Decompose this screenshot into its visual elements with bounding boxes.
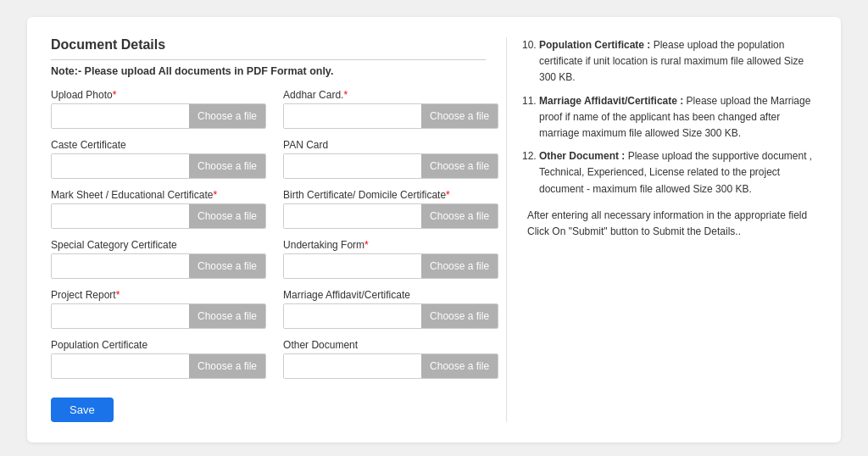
field-label-other-document: Other Document — [283, 339, 498, 351]
field-group-population-certificate: Population Certificate Choose a file — [51, 339, 266, 379]
field-group-mark-sheet: Mark Sheet / Educational Certificate* Ch… — [51, 189, 266, 229]
file-input-row-birth-certificate: Choose a file — [283, 203, 498, 229]
field-label-mark-sheet: Mark Sheet / Educational Certificate* — [51, 189, 266, 201]
field-label-addhar-card: Addhar Card.* — [283, 89, 498, 101]
note-item-2: Other Document : Please upload the suppo… — [539, 148, 817, 197]
fields-grid: Upload Photo* Choose a file Addhar Card.… — [51, 89, 486, 389]
page-wrapper: Document Details Note:- Please upload Al… — [0, 0, 868, 456]
file-text-project-report[interactable] — [52, 304, 189, 328]
file-input-row-special-category: Choose a file — [51, 253, 266, 279]
file-text-caste-certificate[interactable] — [52, 154, 189, 178]
file-text-other-document[interactable] — [284, 354, 421, 378]
field-label-upload-photo: Upload Photo* — [51, 89, 266, 101]
field-group-pan-card: PAN Card Choose a file — [283, 139, 498, 179]
field-group-special-category: Special Category Certificate Choose a fi… — [51, 239, 266, 279]
field-label-undertaking-form: Undertaking Form* — [283, 239, 498, 251]
left-section: Document Details Note:- Please upload Al… — [51, 37, 486, 422]
main-card: Document Details Note:- Please upload Al… — [27, 17, 841, 442]
file-input-row-population-certificate: Choose a file — [51, 353, 266, 379]
file-text-mark-sheet[interactable] — [52, 204, 189, 228]
field-label-pan-card: PAN Card — [283, 139, 498, 151]
file-text-pan-card[interactable] — [284, 154, 421, 178]
choose-button-upload-photo[interactable]: Choose a file — [189, 104, 265, 128]
file-input-row-project-report: Choose a file — [51, 303, 266, 329]
file-text-population-certificate[interactable] — [52, 354, 189, 378]
file-text-marriage-affidavit[interactable] — [284, 304, 421, 328]
field-label-marriage-affidavit: Marriage Affidavit/Certificate — [283, 289, 498, 301]
required-star: * — [343, 89, 348, 101]
note-text: Note:- Please upload All documents in PD… — [51, 65, 486, 77]
field-group-undertaking-form: Undertaking Form* Choose a file — [283, 239, 498, 279]
field-group-project-report: Project Report* Choose a file — [51, 289, 266, 329]
file-text-undertaking-form[interactable] — [284, 254, 421, 278]
choose-button-marriage-affidavit[interactable]: Choose a file — [421, 304, 498, 328]
choose-button-caste-certificate[interactable]: Choose a file — [189, 154, 265, 178]
section-title: Document Details — [51, 37, 486, 60]
choose-button-other-document[interactable]: Choose a file — [421, 354, 498, 378]
file-input-row-upload-photo: Choose a file — [51, 103, 266, 129]
note-item-0: Population Certificate : Please upload t… — [539, 37, 817, 86]
file-input-row-mark-sheet: Choose a file — [51, 203, 266, 229]
required-star: * — [446, 189, 450, 201]
file-text-upload-photo[interactable] — [52, 104, 189, 128]
choose-button-undertaking-form[interactable]: Choose a file — [421, 254, 498, 278]
field-label-birth-certificate: Birth Certificate/ Domicile Certificate* — [283, 189, 498, 201]
choose-button-special-category[interactable]: Choose a file — [189, 254, 265, 278]
field-group-addhar-card: Addhar Card.* Choose a file — [283, 89, 498, 129]
note-item-1: Marriage Affidavit/Certificate : Please … — [539, 93, 817, 142]
note-bold-0: Population Certificate : — [539, 39, 650, 51]
field-group-caste-certificate: Caste Certificate Choose a file — [51, 139, 266, 179]
file-input-row-marriage-affidavit: Choose a file — [283, 303, 498, 329]
field-label-special-category: Special Category Certificate — [51, 239, 266, 251]
file-text-special-category[interactable] — [52, 254, 189, 278]
field-label-population-certificate: Population Certificate — [51, 339, 266, 351]
field-group-upload-photo: Upload Photo* Choose a file — [51, 89, 266, 129]
right-section: Population Certificate : Please upload t… — [506, 37, 817, 422]
required-star: * — [364, 239, 369, 251]
choose-button-addhar-card[interactable]: Choose a file — [421, 104, 498, 128]
field-group-marriage-affidavit: Marriage Affidavit/Certificate Choose a … — [283, 289, 498, 329]
file-input-row-other-document: Choose a file — [283, 353, 498, 379]
file-input-row-pan-card: Choose a file — [283, 153, 498, 179]
notes-list: Population Certificate : Please upload t… — [527, 37, 817, 197]
field-label-caste-certificate: Caste Certificate — [51, 139, 266, 151]
choose-button-mark-sheet[interactable]: Choose a file — [189, 204, 265, 228]
required-star: * — [116, 289, 120, 301]
file-text-addhar-card[interactable] — [284, 104, 421, 128]
required-star: * — [113, 89, 117, 101]
field-group-birth-certificate: Birth Certificate/ Domicile Certificate*… — [283, 189, 498, 229]
note-bold-1: Marriage Affidavit/Certificate : — [539, 95, 683, 107]
choose-button-project-report[interactable]: Choose a file — [189, 304, 265, 328]
choose-button-pan-card[interactable]: Choose a file — [421, 154, 498, 178]
save-button[interactable]: Save — [51, 398, 114, 422]
choose-button-population-certificate[interactable]: Choose a file — [189, 354, 265, 378]
after-text: After entering all necessary information… — [527, 208, 817, 240]
note-bold-2: Other Document : — [539, 150, 625, 162]
file-input-row-addhar-card: Choose a file — [283, 103, 498, 129]
file-text-birth-certificate[interactable] — [284, 204, 421, 228]
file-input-row-undertaking-form: Choose a file — [283, 253, 498, 279]
required-star: * — [213, 189, 217, 201]
choose-button-birth-certificate[interactable]: Choose a file — [421, 204, 498, 228]
field-group-other-document: Other Document Choose a file — [283, 339, 498, 379]
field-label-project-report: Project Report* — [51, 289, 266, 301]
file-input-row-caste-certificate: Choose a file — [51, 153, 266, 179]
